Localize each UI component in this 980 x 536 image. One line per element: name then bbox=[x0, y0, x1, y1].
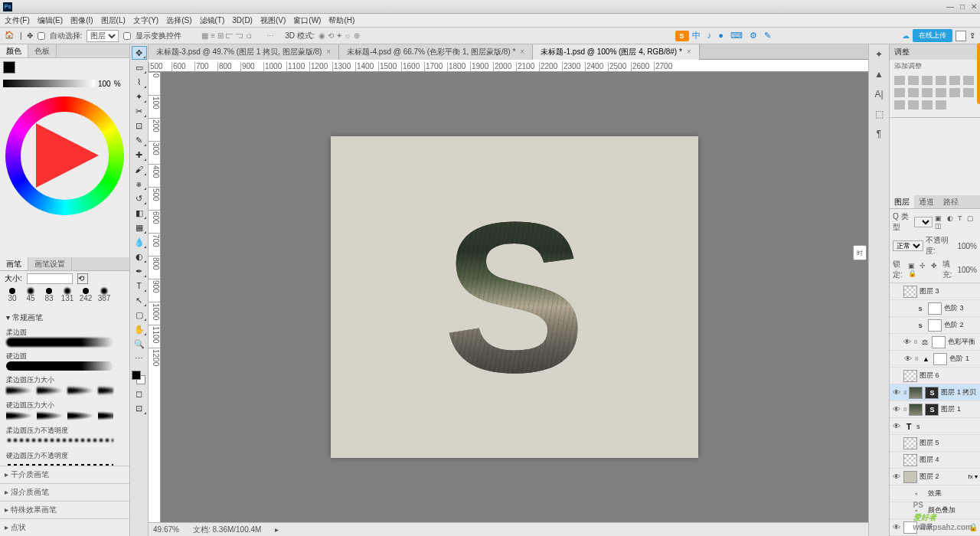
document-info[interactable]: 文档: 8.36M/100.4M bbox=[193, 525, 261, 535]
zoom-tool[interactable]: 🔍 bbox=[132, 337, 147, 351]
layer-kind-filter[interactable] bbox=[914, 217, 933, 227]
layer-row[interactable]: ◦效果 bbox=[890, 485, 980, 502]
brush-group-collapsed[interactable]: ▸ 点状 bbox=[0, 518, 129, 536]
side-handle[interactable]: 时 bbox=[853, 245, 867, 260]
document-tab[interactable]: 未标题-1.psd @ 100% (图层 4, RGB/8#) *× bbox=[533, 44, 700, 60]
move-tool[interactable]: ✥ bbox=[132, 46, 147, 60]
adj-vibrance-icon[interactable] bbox=[949, 76, 960, 85]
lasso-tool[interactable]: ⌇ bbox=[132, 75, 147, 89]
auto-select-checkbox[interactable] bbox=[38, 32, 45, 40]
close-tab-icon[interactable]: × bbox=[520, 47, 524, 56]
brush-group-collapsed[interactable]: ▸ 湿介质画笔 bbox=[0, 483, 129, 501]
shape-tool[interactable]: ▢ bbox=[132, 308, 147, 322]
cloud-icon[interactable]: ☁ bbox=[902, 31, 910, 40]
brush-preset[interactable]: 30 bbox=[5, 288, 20, 306]
viewport[interactable]: S bbox=[161, 72, 868, 522]
history-brush-tool[interactable]: ↺ bbox=[132, 191, 147, 205]
menu-edit[interactable]: 编辑(E) bbox=[38, 15, 63, 26]
fill-value[interactable]: 100% bbox=[957, 266, 977, 274]
brush-group-collapsed[interactable]: ▸ 干介质画笔 bbox=[0, 466, 129, 483]
show-transform-checkbox[interactable] bbox=[123, 32, 131, 40]
tab-channels[interactable]: 通道 bbox=[914, 195, 939, 208]
marquee-tool[interactable]: ▭ bbox=[132, 60, 147, 74]
brush-tool[interactable]: 🖌 bbox=[132, 162, 147, 176]
tab-color[interactable]: 颜色 bbox=[0, 44, 28, 57]
edit-toolbar[interactable]: ⋯ bbox=[132, 351, 147, 365]
menu-layer[interactable]: 图层(L) bbox=[101, 15, 126, 26]
pen-tool[interactable]: ✒ bbox=[132, 264, 147, 278]
layer-row[interactable]: 图层 6 bbox=[890, 368, 980, 384]
menu-select[interactable]: 选择(S) bbox=[166, 15, 191, 26]
brush-preset[interactable]: 45 bbox=[23, 288, 38, 306]
menu-image[interactable]: 图像(I) bbox=[70, 15, 93, 26]
layer-row[interactable]: 👁8S图层 1 bbox=[890, 401, 980, 418]
panel-icon-character[interactable]: A| bbox=[872, 87, 886, 101]
brush-group-collapsed[interactable]: ▸ 特殊效果画笔 bbox=[0, 501, 129, 518]
stamp-tool[interactable]: ⎈ bbox=[132, 177, 147, 191]
tab-swatches[interactable]: 色板 bbox=[28, 44, 57, 57]
document-tab[interactable]: 未标题-4.psd @ 66.7% (色彩平衡 1, 图层蒙版/8) *× bbox=[339, 44, 533, 60]
brush-flip-button[interactable]: ⟲ bbox=[77, 273, 88, 284]
layer-row[interactable]: 👁8▲色阶 1 bbox=[890, 351, 980, 368]
visibility-icon[interactable]: 👁 bbox=[892, 388, 901, 397]
panel-icon-glyphs[interactable]: ¶ bbox=[872, 127, 886, 141]
adj-gradient-icon[interactable] bbox=[908, 100, 919, 109]
ime-icons[interactable]: 中 ♪ ● ⌨ ⚙ ✎ bbox=[692, 30, 773, 41]
document-tab[interactable]: 未标题-3.psd @ 49.7% (图层 1 拷贝, 图层蒙版/8)× bbox=[149, 44, 339, 60]
adj-levels-icon[interactable] bbox=[908, 76, 919, 85]
visibility-icon[interactable]: 👁 bbox=[892, 472, 901, 481]
gradient-tool[interactable]: ▦ bbox=[132, 221, 147, 234]
adj-brightness-icon[interactable] bbox=[894, 76, 905, 85]
sogou-badge[interactable]: S bbox=[675, 31, 689, 41]
layer-row[interactable]: 图层 5 bbox=[890, 435, 980, 452]
minimize-button[interactable]: — bbox=[946, 2, 954, 11]
adj-threshold-icon[interactable] bbox=[894, 100, 905, 109]
layer-list[interactable]: 图层 3s色阶 3s色阶 2👁8⚖色彩平衡 1👁8▲色阶 1图层 6👁8S图层 … bbox=[890, 283, 980, 536]
layer-row[interactable]: s色阶 3 bbox=[890, 300, 980, 317]
blur-tool[interactable]: 💧 bbox=[132, 235, 147, 249]
adj-poster-icon[interactable] bbox=[963, 88, 974, 97]
adj-selective-icon[interactable] bbox=[922, 100, 933, 109]
maximize-button[interactable]: □ bbox=[960, 2, 965, 11]
visibility-icon[interactable]: 👁 bbox=[892, 523, 901, 531]
layer-row[interactable]: 👁8S图层 1 拷贝 bbox=[890, 384, 980, 401]
layer-row[interactable]: 👁8⚖色彩平衡 1 bbox=[890, 334, 980, 351]
adj-invert-icon[interactable] bbox=[949, 88, 960, 97]
brush-item[interactable]: 硬边圆压力不透明度 bbox=[3, 449, 126, 466]
tab-paths[interactable]: 路径 bbox=[939, 195, 963, 208]
menu-3d[interactable]: 3D(D) bbox=[232, 16, 253, 25]
panel-icon-paragraph[interactable]: ⬚ bbox=[872, 107, 886, 121]
ruler-horizontal[interactable]: 5006007008009001000110012001300140015001… bbox=[149, 60, 868, 72]
layer-row[interactable]: 图层 4 bbox=[890, 452, 980, 469]
brush-group-header[interactable]: ▾ 常规画笔 bbox=[3, 311, 126, 325]
screen-mode-button[interactable] bbox=[956, 31, 966, 41]
menu-filter[interactable]: 滤镜(T) bbox=[200, 15, 225, 26]
layer-row[interactable]: 图层 3 bbox=[890, 283, 980, 300]
share-icon[interactable]: ⇪ bbox=[969, 31, 975, 40]
adj-icon[interactable] bbox=[936, 100, 946, 109]
menu-help[interactable]: 帮助(H) bbox=[328, 15, 354, 26]
zoom-level[interactable]: 49.67% bbox=[153, 525, 179, 534]
close-button[interactable]: ✕ bbox=[971, 2, 977, 11]
visibility-icon[interactable]: 👁 bbox=[903, 338, 912, 346]
visibility-icon[interactable]: 👁 bbox=[903, 355, 913, 363]
tab-brushes[interactable]: 画笔 bbox=[0, 257, 28, 270]
brush-item[interactable]: 硬边圆压力大小 bbox=[3, 399, 126, 423]
brush-preset[interactable]: 131 bbox=[60, 288, 75, 306]
crop-tool[interactable]: ✂ bbox=[132, 104, 147, 118]
menu-view[interactable]: 视图(V) bbox=[260, 15, 286, 26]
auto-select-mode[interactable]: 图层 bbox=[87, 30, 119, 42]
frame-tool[interactable]: ⊡ bbox=[132, 119, 147, 132]
menu-file[interactable]: 文件(F) bbox=[5, 15, 30, 26]
visibility-icon[interactable]: 👁 bbox=[892, 405, 901, 413]
close-tab-icon[interactable]: × bbox=[326, 47, 331, 56]
path-select-tool[interactable]: ↖ bbox=[132, 293, 147, 307]
adjustments-tab[interactable]: 调整 bbox=[890, 44, 980, 60]
adj-bw-icon[interactable] bbox=[894, 88, 905, 97]
color-wheel[interactable] bbox=[5, 96, 124, 215]
brush-item[interactable]: 柔边圆压力大小 bbox=[3, 374, 126, 397]
color-swatches[interactable] bbox=[132, 371, 147, 386]
menu-window[interactable]: 窗口(W) bbox=[293, 15, 321, 26]
adj-hue-icon[interactable] bbox=[963, 76, 974, 85]
adj-photo-icon[interactable] bbox=[908, 88, 919, 97]
